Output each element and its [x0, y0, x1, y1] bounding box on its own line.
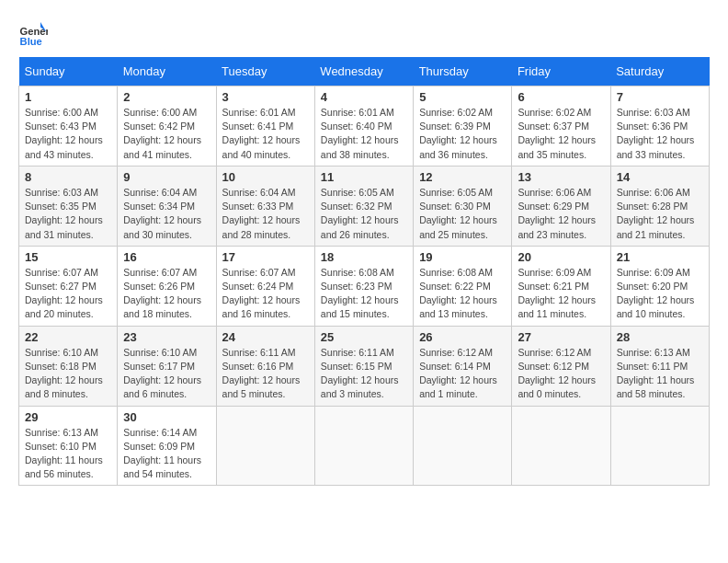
day-number: 5	[419, 90, 506, 104]
day-number: 1	[25, 90, 111, 104]
day-detail: Sunrise: 6:00 AMSunset: 6:42 PMDaylight:…	[123, 107, 201, 160]
day-number: 16	[123, 250, 210, 264]
day-number: 15	[25, 250, 111, 264]
day-number: 29	[25, 410, 111, 424]
page-header: General Blue	[18, 18, 710, 48]
calendar-cell: 29 Sunrise: 6:13 AMSunset: 6:10 PMDaylig…	[19, 406, 118, 486]
day-detail: Sunrise: 6:06 AMSunset: 6:28 PMDaylight:…	[617, 187, 695, 240]
calendar-cell	[512, 406, 610, 486]
calendar-cell: 19 Sunrise: 6:08 AMSunset: 6:22 PMDaylig…	[414, 246, 512, 326]
week-row-3: 22 Sunrise: 6:10 AMSunset: 6:18 PMDaylig…	[19, 326, 710, 406]
day-detail: Sunrise: 6:10 AMSunset: 6:17 PMDaylight:…	[123, 347, 201, 400]
day-detail: Sunrise: 6:04 AMSunset: 6:33 PMDaylight:…	[222, 187, 301, 240]
day-number: 8	[25, 170, 111, 184]
day-number: 30	[123, 410, 210, 424]
calendar-cell: 20 Sunrise: 6:09 AMSunset: 6:21 PMDaylig…	[512, 246, 610, 326]
day-detail: Sunrise: 6:06 AMSunset: 6:29 PMDaylight:…	[518, 187, 596, 240]
day-detail: Sunrise: 6:09 AMSunset: 6:20 PMDaylight:…	[617, 267, 695, 320]
day-detail: Sunrise: 6:00 AMSunset: 6:43 PMDaylight:…	[25, 107, 103, 160]
day-detail: Sunrise: 6:13 AMSunset: 6:10 PMDaylight:…	[25, 427, 103, 480]
calendar-cell: 28 Sunrise: 6:13 AMSunset: 6:11 PMDaylig…	[610, 326, 709, 406]
day-detail: Sunrise: 6:05 AMSunset: 6:32 PMDaylight:…	[321, 187, 399, 240]
day-number: 24	[222, 330, 309, 344]
calendar-cell: 1 Sunrise: 6:00 AMSunset: 6:43 PMDayligh…	[19, 86, 118, 167]
day-detail: Sunrise: 6:12 AMSunset: 6:12 PMDaylight:…	[518, 347, 596, 400]
svg-text:General: General	[20, 26, 48, 37]
day-number: 27	[518, 330, 604, 344]
day-detail: Sunrise: 6:01 AMSunset: 6:40 PMDaylight:…	[321, 107, 399, 160]
calendar-cell: 2 Sunrise: 6:00 AMSunset: 6:42 PMDayligh…	[118, 86, 216, 167]
day-detail: Sunrise: 6:03 AMSunset: 6:36 PMDaylight:…	[617, 107, 695, 160]
calendar-cell	[610, 406, 709, 486]
calendar-cell: 23 Sunrise: 6:10 AMSunset: 6:17 PMDaylig…	[118, 326, 216, 406]
day-detail: Sunrise: 6:08 AMSunset: 6:23 PMDaylight:…	[321, 267, 399, 320]
calendar-cell: 18 Sunrise: 6:08 AMSunset: 6:23 PMDaylig…	[314, 246, 413, 326]
day-detail: Sunrise: 6:05 AMSunset: 6:30 PMDaylight:…	[419, 187, 497, 240]
calendar-cell: 26 Sunrise: 6:12 AMSunset: 6:14 PMDaylig…	[414, 326, 512, 406]
day-detail: Sunrise: 6:08 AMSunset: 6:22 PMDaylight:…	[419, 267, 497, 320]
col-header-monday: Monday	[118, 57, 216, 86]
day-number: 10	[222, 170, 309, 184]
col-header-tuesday: Tuesday	[216, 57, 314, 86]
calendar-cell: 14 Sunrise: 6:06 AMSunset: 6:28 PMDaylig…	[610, 166, 709, 246]
day-detail: Sunrise: 6:13 AMSunset: 6:11 PMDaylight:…	[617, 347, 695, 400]
day-number: 6	[518, 90, 604, 104]
day-number: 14	[617, 170, 703, 184]
calendar-cell: 27 Sunrise: 6:12 AMSunset: 6:12 PMDaylig…	[512, 326, 610, 406]
calendar-cell: 9 Sunrise: 6:04 AMSunset: 6:34 PMDayligh…	[118, 166, 216, 246]
logo-icon: General Blue	[18, 18, 48, 48]
calendar-cell: 25 Sunrise: 6:11 AMSunset: 6:15 PMDaylig…	[314, 326, 413, 406]
col-header-friday: Friday	[512, 57, 610, 86]
day-number: 17	[222, 250, 309, 264]
calendar-cell	[414, 406, 512, 486]
day-number: 23	[123, 330, 210, 344]
day-number: 19	[419, 250, 506, 264]
day-number: 25	[321, 330, 407, 344]
day-detail: Sunrise: 6:04 AMSunset: 6:34 PMDaylight:…	[123, 187, 201, 240]
calendar-cell: 8 Sunrise: 6:03 AMSunset: 6:35 PMDayligh…	[19, 166, 118, 246]
calendar-cell: 15 Sunrise: 6:07 AMSunset: 6:27 PMDaylig…	[19, 246, 118, 326]
day-number: 12	[419, 170, 506, 184]
day-number: 21	[617, 250, 703, 264]
calendar-cell	[216, 406, 314, 486]
header-row: SundayMondayTuesdayWednesdayThursdayFrid…	[19, 57, 710, 86]
day-detail: Sunrise: 6:02 AMSunset: 6:37 PMDaylight:…	[518, 107, 596, 160]
svg-text:Blue: Blue	[20, 36, 42, 47]
calendar-cell: 21 Sunrise: 6:09 AMSunset: 6:20 PMDaylig…	[610, 246, 709, 326]
col-header-saturday: Saturday	[610, 57, 709, 86]
week-row-2: 15 Sunrise: 6:07 AMSunset: 6:27 PMDaylig…	[19, 246, 710, 326]
week-row-4: 29 Sunrise: 6:13 AMSunset: 6:10 PMDaylig…	[19, 406, 710, 486]
day-detail: Sunrise: 6:02 AMSunset: 6:39 PMDaylight:…	[419, 107, 497, 160]
calendar-cell: 4 Sunrise: 6:01 AMSunset: 6:40 PMDayligh…	[314, 86, 413, 167]
day-detail: Sunrise: 6:10 AMSunset: 6:18 PMDaylight:…	[25, 347, 103, 400]
col-header-wednesday: Wednesday	[314, 57, 413, 86]
day-number: 11	[321, 170, 407, 184]
day-number: 26	[419, 330, 506, 344]
day-detail: Sunrise: 6:14 AMSunset: 6:09 PMDaylight:…	[123, 427, 201, 480]
day-number: 7	[617, 90, 703, 104]
day-detail: Sunrise: 6:07 AMSunset: 6:27 PMDaylight:…	[25, 267, 103, 320]
day-number: 20	[518, 250, 604, 264]
day-number: 22	[25, 330, 111, 344]
calendar-cell: 7 Sunrise: 6:03 AMSunset: 6:36 PMDayligh…	[610, 86, 709, 167]
col-header-thursday: Thursday	[414, 57, 512, 86]
day-detail: Sunrise: 6:12 AMSunset: 6:14 PMDaylight:…	[419, 347, 497, 400]
calendar-cell	[314, 406, 413, 486]
calendar-cell: 13 Sunrise: 6:06 AMSunset: 6:29 PMDaylig…	[512, 166, 610, 246]
day-number: 28	[617, 330, 703, 344]
calendar-cell: 24 Sunrise: 6:11 AMSunset: 6:16 PMDaylig…	[216, 326, 314, 406]
calendar-cell: 30 Sunrise: 6:14 AMSunset: 6:09 PMDaylig…	[118, 406, 216, 486]
day-detail: Sunrise: 6:01 AMSunset: 6:41 PMDaylight:…	[222, 107, 301, 160]
day-detail: Sunrise: 6:07 AMSunset: 6:26 PMDaylight:…	[123, 267, 201, 320]
day-detail: Sunrise: 6:09 AMSunset: 6:21 PMDaylight:…	[518, 267, 596, 320]
day-detail: Sunrise: 6:03 AMSunset: 6:35 PMDaylight:…	[25, 187, 103, 240]
day-number: 3	[222, 90, 309, 104]
day-number: 4	[321, 90, 407, 104]
calendar-cell: 16 Sunrise: 6:07 AMSunset: 6:26 PMDaylig…	[118, 246, 216, 326]
day-number: 2	[123, 90, 210, 104]
calendar-cell: 6 Sunrise: 6:02 AMSunset: 6:37 PMDayligh…	[512, 86, 610, 167]
day-detail: Sunrise: 6:07 AMSunset: 6:24 PMDaylight:…	[222, 267, 301, 320]
calendar-cell: 3 Sunrise: 6:01 AMSunset: 6:41 PMDayligh…	[216, 86, 314, 167]
day-number: 9	[123, 170, 210, 184]
calendar-cell: 22 Sunrise: 6:10 AMSunset: 6:18 PMDaylig…	[19, 326, 118, 406]
